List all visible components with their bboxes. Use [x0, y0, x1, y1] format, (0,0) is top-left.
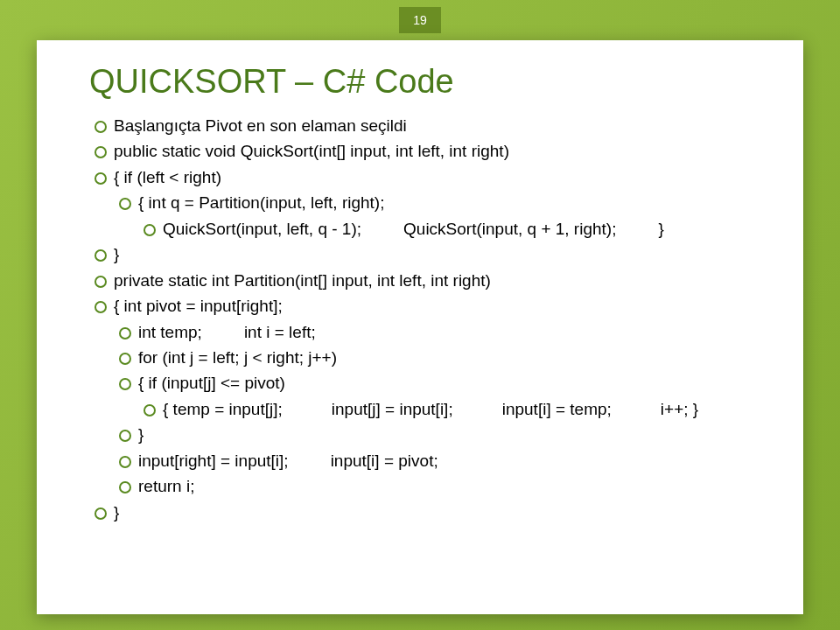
- code-segment: for (int j = left; j < right; j++): [138, 345, 337, 370]
- code-segment: { if (left < right): [114, 164, 221, 190]
- code-line: return i;: [114, 473, 751, 499]
- code-line: }: [89, 500, 751, 525]
- code-segment: { temp = input[j];: [163, 396, 283, 422]
- code-line: for (int j = left; j < right; j++): [114, 345, 751, 370]
- code-segment: QuickSort(input, q + 1, right);: [403, 216, 616, 242]
- code-line: public static void QuickSort(int[] input…: [89, 138, 751, 164]
- code-segment: i++; }: [661, 396, 698, 422]
- code-line: { int pivot = input[right];: [89, 293, 751, 318]
- code-line: input[right] = input[i];input[i] = pivot…: [114, 448, 751, 473]
- code-line: { int q = Partition(input, left, right);: [114, 190, 751, 215]
- code-segment: }: [138, 422, 144, 447]
- code-segment: Başlangıçta Pivot en son elaman seçildi: [114, 113, 407, 138]
- code-segment: }: [114, 242, 119, 267]
- code-line: { temp = input[j];input[j] = input[i];in…: [138, 396, 751, 422]
- code-segment: input[i] = temp;: [502, 396, 612, 422]
- code-segment: public static void QuickSort(int[] input…: [114, 138, 509, 164]
- code-segment: private static int Partition(int[] input…: [114, 268, 491, 293]
- code-segment: { if (input[j] <= pivot): [138, 370, 285, 396]
- code-line: QuickSort(input, left, q - 1);QuickSort(…: [138, 216, 751, 242]
- code-line: }: [89, 242, 751, 267]
- page-number-badge: 19: [399, 7, 441, 33]
- code-segment: { int pivot = input[right];: [114, 293, 283, 318]
- code-segment: }: [114, 500, 119, 525]
- code-segment: return i;: [138, 473, 194, 499]
- code-segment: int temp;: [138, 319, 202, 345]
- slide-title: QUICKSORT – C# Code: [89, 63, 751, 101]
- code-segment: { int q = Partition(input, left, right);: [138, 190, 384, 215]
- code-line: { if (left < right): [89, 164, 751, 190]
- code-segment: input[i] = pivot;: [331, 448, 438, 473]
- code-line: { if (input[j] <= pivot): [114, 370, 751, 396]
- code-line: Başlangıçta Pivot en son elaman seçildi: [89, 113, 751, 138]
- slide-card: QUICKSORT – C# Code Başlangıçta Pivot en…: [37, 40, 803, 614]
- code-line: private static int Partition(int[] input…: [89, 268, 751, 293]
- page-number: 19: [413, 13, 427, 27]
- code-segment: int i = left;: [244, 319, 316, 345]
- code-lines: Başlangıçta Pivot en son elaman seçildip…: [89, 113, 751, 525]
- code-segment: input[j] = input[i];: [332, 396, 453, 422]
- code-line: int temp;int i = left;: [114, 319, 751, 345]
- code-line: }: [114, 422, 751, 447]
- code-segment: QuickSort(input, left, q - 1);: [163, 216, 361, 242]
- code-segment: }: [658, 216, 663, 242]
- code-segment: input[right] = input[i];: [138, 448, 289, 473]
